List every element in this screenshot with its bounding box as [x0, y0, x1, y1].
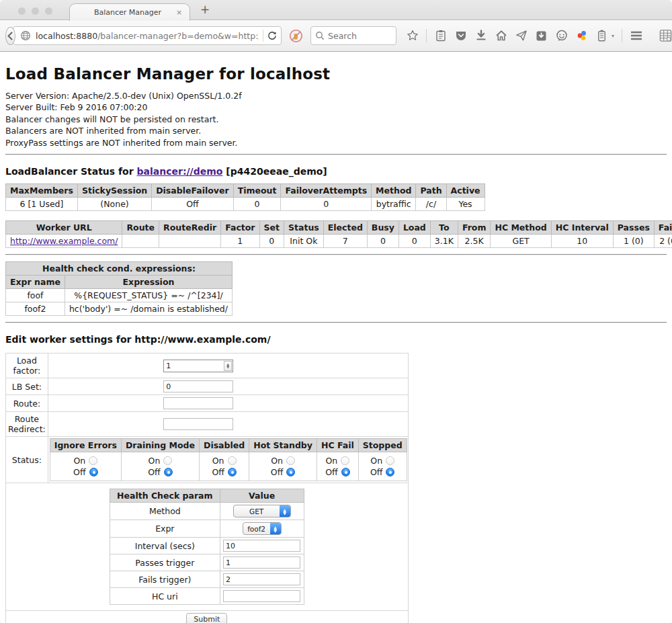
load-factor-value: 1	[164, 362, 224, 370]
pocket-icon[interactable]	[455, 30, 467, 42]
toolbar-divider	[622, 29, 622, 42]
radio-ignore-errors-on[interactable]	[89, 456, 97, 465]
expr-row: foof %{REQUEST_STATUS} =~ /^[234]/	[6, 289, 233, 302]
col-hc-value: Value	[220, 489, 304, 503]
col-path: Path	[416, 184, 446, 198]
load-factor-stepper[interactable]: 1 ▲▼	[163, 360, 233, 372]
col-stopped: Stopped	[358, 439, 407, 452]
col-stickysession: StickySession	[77, 184, 151, 198]
table-row: 6 [1 Used] (None) Off 0 0 bytraffic /c/ …	[6, 198, 485, 211]
col-disablefailover: DisableFailover	[152, 184, 233, 198]
server-built: Server Built: Feb 9 2016 07:00:20	[5, 102, 667, 112]
balancer-heading-prefix: LoadBalancer Status for	[5, 166, 134, 177]
save-to-device-icon[interactable]	[536, 30, 547, 42]
col-timeout: Timeout	[233, 184, 281, 198]
extension-table-icon[interactable]	[659, 29, 672, 42]
search-icon	[315, 31, 325, 40]
col-hc-fail: HC Fail	[317, 439, 358, 452]
radio-draining-mode-on[interactable]	[163, 456, 172, 465]
battery-icon[interactable]	[597, 30, 606, 42]
interval-label: Interval (secs)	[110, 538, 220, 554]
radio-disabled-on[interactable]	[228, 456, 237, 465]
route-input[interactable]	[163, 397, 233, 409]
select-arrows-icon: ▲▼	[270, 523, 281, 534]
stepper-arrows-icon[interactable]: ▲▼	[224, 361, 232, 371]
fails-input[interactable]	[223, 573, 300, 585]
radio-hot-standby-off[interactable]	[286, 468, 295, 476]
route-redirect-label: Route Redirect:	[6, 412, 48, 437]
hc-uri-input[interactable]	[223, 590, 300, 602]
col-draining-mode: Draining Mode	[121, 439, 199, 452]
load-factor-label: Load factor:	[6, 354, 48, 378]
hc-uri-label: HC uri	[110, 588, 220, 605]
lb-set-label: LB Set:	[6, 378, 48, 395]
interval-input[interactable]	[223, 540, 300, 552]
route-label: Route:	[6, 395, 48, 412]
expr-select[interactable]: foof2 ▲▼	[243, 522, 282, 535]
notice-persist: Balancer changes will NOT be persisted o…	[5, 114, 667, 124]
tab-balancer-manager[interactable]: Balancer Manager ×	[69, 3, 190, 21]
chat-icon[interactable]	[556, 30, 568, 42]
back-icon	[6, 32, 15, 40]
radio-hc-fail-off[interactable]	[341, 468, 350, 476]
tab-bar: Balancer Manager × +	[0, 0, 672, 20]
method-select[interactable]: GET ▲▼	[233, 505, 291, 517]
new-tab-button[interactable]: +	[198, 3, 212, 16]
fails-label: Fails trigger)	[110, 571, 220, 588]
url-text[interactable]: localhost:8880/balancer-manager?b=demo&w…	[36, 31, 259, 41]
search-input[interactable]	[328, 31, 392, 41]
hc-expressions-table: Health check cond. expressions: Expr nam…	[5, 261, 233, 316]
clipboard-icon[interactable]	[435, 30, 446, 42]
expr-row: foof2 hc('body') =~ /domain is establish…	[6, 302, 233, 316]
menu-icon[interactable]	[630, 31, 642, 40]
radio-stopped-off[interactable]	[386, 468, 394, 476]
radio-disabled-off[interactable]	[228, 468, 237, 476]
submit-button[interactable]: Submit	[186, 613, 227, 623]
zoom-window-button[interactable]	[45, 7, 52, 15]
download-icon[interactable]	[476, 30, 487, 42]
divider	[5, 322, 667, 323]
radio-stopped-on[interactable]	[386, 456, 394, 465]
url-bar[interactable]: localhost:8880/balancer-manager?b=demo&w…	[13, 26, 282, 45]
adblock-icon[interactable]	[289, 29, 303, 43]
col-expression: Expression	[65, 276, 232, 289]
route-redirect-input[interactable]	[163, 418, 233, 430]
bookmark-star-icon[interactable]	[407, 30, 419, 42]
edit-worker-form: Load factor: 1 ▲▼ LB Set: Route: Route R…	[5, 353, 409, 623]
lb-set-input[interactable]	[163, 380, 233, 392]
home-icon[interactable]	[495, 30, 507, 42]
back-button[interactable]	[5, 27, 15, 45]
edit-worker-heading: Edit worker settings for http://www.exam…	[5, 334, 667, 345]
radio-hot-standby-on[interactable]	[286, 456, 295, 465]
globe-icon	[20, 30, 31, 41]
minimize-window-button[interactable]	[32, 7, 39, 15]
col-expr-name: Expr name	[6, 276, 65, 289]
browser-window: Balancer Manager × + localhost:8880/bala…	[0, 0, 672, 623]
balancer-status-heading: LoadBalancer Status for balancer://demo …	[5, 166, 667, 177]
passes-input[interactable]	[223, 556, 300, 569]
overflow-caret-icon[interactable]: ▾	[612, 33, 614, 39]
balancer-demo-link[interactable]: balancer://demo	[137, 166, 223, 177]
search-bar[interactable]	[310, 26, 396, 45]
notice-balancers: Balancers are NOT inherited from main se…	[5, 126, 667, 136]
radio-ignore-errors-off[interactable]	[89, 468, 98, 476]
col-worker-url: Worker URL	[6, 221, 122, 235]
url-divider	[263, 30, 263, 42]
send-icon[interactable]	[515, 30, 528, 42]
col-disabled: Disabled	[200, 439, 249, 452]
server-version: Server Version: Apache/2.5.0-dev (Unix) …	[5, 91, 667, 101]
share-colors-icon[interactable]	[576, 30, 588, 42]
reload-icon[interactable]	[267, 31, 277, 40]
col-ignore-errors: Ignore Errors	[50, 439, 121, 452]
status-table: Ignore Errors Draining Mode Disabled Hot…	[50, 438, 407, 481]
col-active: Active	[446, 184, 485, 198]
radio-hc-fail-on[interactable]	[341, 456, 349, 465]
divider	[5, 154, 667, 155]
expr-label: Expr	[110, 520, 220, 538]
url-path: /balancer-manager?b=demo&w=http://www.ex…	[97, 31, 259, 41]
tab-close-icon[interactable]: ×	[176, 8, 190, 17]
worker-url-link[interactable]: http://www.example.com/	[10, 236, 118, 246]
radio-draining-mode-off[interactable]	[164, 468, 173, 476]
close-window-button[interactable]	[18, 7, 26, 15]
window-controls[interactable]	[18, 7, 52, 15]
